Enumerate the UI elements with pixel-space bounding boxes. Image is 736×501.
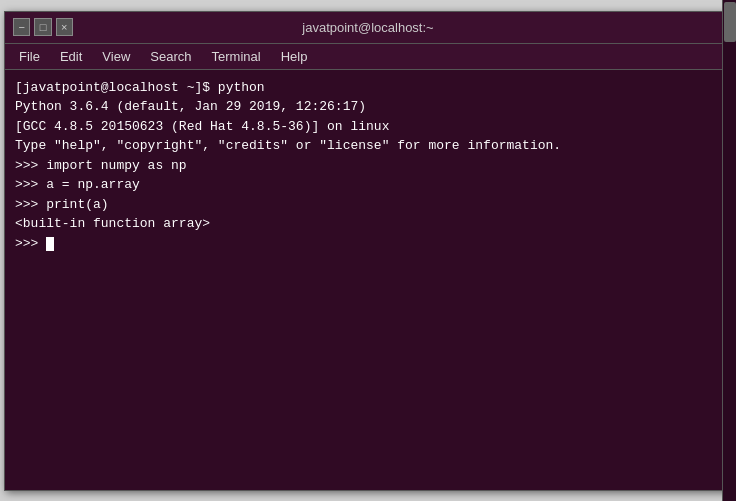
menu-file[interactable]: File bbox=[9, 47, 50, 66]
window-title: javatpoint@localhost:~ bbox=[73, 20, 663, 35]
menu-view[interactable]: View bbox=[92, 47, 140, 66]
terminal-output: [javatpoint@localhost ~]$ python Python … bbox=[15, 78, 721, 254]
close-button[interactable]: × bbox=[56, 18, 73, 36]
maximize-button[interactable]: □ bbox=[34, 18, 51, 36]
scrollbar[interactable] bbox=[722, 70, 731, 490]
menu-help[interactable]: Help bbox=[271, 47, 318, 66]
terminal-body[interactable]: [javatpoint@localhost ~]$ python Python … bbox=[5, 70, 731, 490]
titlebar: − □ × javatpoint@localhost:~ bbox=[5, 12, 731, 44]
menu-edit[interactable]: Edit bbox=[50, 47, 92, 66]
menubar: File Edit View Search Terminal Help bbox=[5, 44, 731, 70]
menu-search[interactable]: Search bbox=[140, 47, 201, 66]
menu-terminal[interactable]: Terminal bbox=[202, 47, 271, 66]
terminal-window: − □ × javatpoint@localhost:~ File Edit V… bbox=[4, 11, 732, 491]
minimize-button[interactable]: − bbox=[13, 18, 30, 36]
